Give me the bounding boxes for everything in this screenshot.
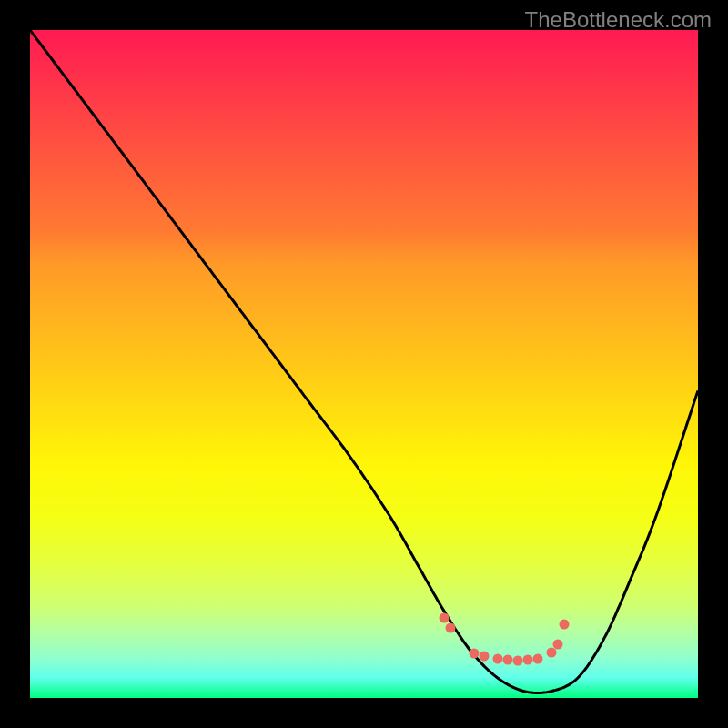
optimal-dot bbox=[560, 620, 570, 630]
optimal-dot bbox=[522, 655, 532, 665]
watermark-text: TheBottleneck.com bbox=[525, 7, 712, 33]
optimal-dot bbox=[440, 612, 450, 622]
chart-plot-area bbox=[30, 30, 698, 698]
optimal-dot bbox=[480, 652, 490, 662]
optimal-dot bbox=[512, 655, 522, 665]
optimal-dot bbox=[552, 640, 562, 650]
optimal-dot bbox=[502, 655, 512, 665]
optimal-dot bbox=[446, 622, 456, 632]
optimal-dot bbox=[532, 653, 542, 663]
bottleneck-curve-path bbox=[30, 30, 698, 693]
optimal-dot bbox=[492, 653, 502, 663]
chart-curve-svg bbox=[30, 30, 698, 698]
optimal-dot bbox=[546, 648, 556, 658]
optimal-dot bbox=[470, 648, 480, 658]
